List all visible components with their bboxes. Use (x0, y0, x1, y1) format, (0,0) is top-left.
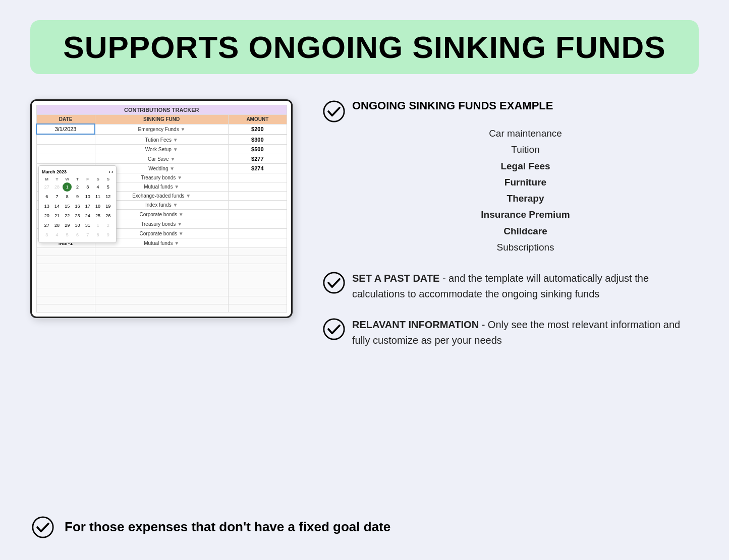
table-row-empty (36, 272, 287, 280)
table-row: Car Save ▼ $277 (36, 154, 287, 164)
amount-cell: $200 (228, 124, 287, 134)
check-icon-past-date (323, 272, 345, 294)
fund-item-tuition: Tuition (352, 142, 699, 158)
check-row-past-date: SET A PAST DATE - and the template will … (323, 271, 699, 302)
table-row: 3/1/2023 Emergency Funds ▼ $200 (36, 124, 287, 134)
fund-item-car-maintenance: Car maintenance (352, 126, 699, 142)
relevant-info-section: RELAVANT INFORMATION - Only see the most… (323, 317, 699, 348)
footer-section: For those expenses that don't have a fix… (30, 504, 699, 540)
check-row-ongoing: ONGOING SINKING FUNDS EXAMPLE (323, 99, 699, 122)
table-row-empty (36, 280, 287, 288)
relevant-info-body: RELAVANT INFORMATION - Only see the most… (352, 317, 699, 348)
set-past-date-section: SET A PAST DATE - and the template will … (323, 271, 699, 302)
table-header: CONTRIBUTIONS TRACKER (36, 105, 287, 115)
svg-point-0 (324, 101, 344, 121)
ongoing-example-section: ONGOING SINKING FUNDS EXAMPLE Car mainte… (323, 99, 699, 256)
fund-list: Car maintenance Tuition Legal Fees Furni… (352, 126, 699, 256)
table-row-empty (36, 256, 287, 264)
check-icon-relevant (323, 318, 345, 340)
check-icon-footer (30, 515, 55, 540)
fund-cell: Emergency Funds ▼ (95, 124, 228, 134)
calendar-grid: M T W T F S S 27 28 1 2 (42, 176, 113, 239)
svg-point-3 (33, 517, 53, 537)
page-title: SUPPORTS ONGOING SINKING FUNDS (55, 29, 674, 65)
table-row-empty (36, 264, 287, 272)
fund-item-legal-fees: Legal Fees (352, 158, 699, 174)
date-input-cell[interactable]: 3/1/2023 (36, 124, 95, 134)
calendar-title: March 2023 (42, 169, 67, 174)
spreadsheet-container: CONTRIBUTIONS TRACKER DATE SINKING FUND … (30, 99, 293, 318)
footer-text: For those expenses that don't have a fix… (65, 519, 390, 535)
fund-item-therapy: Therapy (352, 191, 699, 207)
check-icon-ongoing (323, 100, 345, 122)
table-row: Work Setup ▼ $500 (36, 145, 287, 154)
col-sinking-fund: SINKING FUND (95, 115, 228, 125)
svg-point-2 (324, 319, 344, 339)
info-panel: ONGOING SINKING FUNDS EXAMPLE Car mainte… (323, 99, 699, 348)
main-content: CONTRIBUTIONS TRACKER DATE SINKING FUND … (30, 99, 699, 488)
contributions-table: CONTRIBUTIONS TRACKER DATE SINKING FUND … (36, 105, 287, 313)
table-row-empty (36, 248, 287, 256)
check-row-relevant: RELAVANT INFORMATION - Only see the most… (323, 317, 699, 348)
calendar-header: March 2023 ‹ › (42, 169, 113, 174)
table-row-empty (36, 296, 287, 304)
prev-month-button[interactable]: ‹ (108, 169, 110, 174)
fund-item-furniture: Furniture (352, 174, 699, 191)
selected-day[interactable]: 1 (63, 182, 72, 192)
svg-point-1 (324, 273, 344, 293)
fund-item-subscriptions: Subscriptions (352, 239, 699, 256)
fund-item-insurance: Insurance Premium (352, 207, 699, 223)
set-past-date-body: SET A PAST DATE - and the template will … (352, 271, 699, 302)
calendar-overlay: March 2023 ‹ › M T W T (38, 165, 117, 243)
table-row: Tution Fees ▼ $300 (36, 135, 287, 145)
col-date: DATE (36, 115, 95, 125)
table-row-empty (36, 304, 287, 313)
col-amount: AMOUNT (228, 115, 287, 125)
next-month-button[interactable]: › (111, 169, 113, 174)
table-row-empty (36, 288, 287, 296)
fund-item-childcare: Childcare (352, 223, 699, 239)
title-banner: SUPPORTS ONGOING SINKING FUNDS (30, 20, 699, 74)
ongoing-example-title: ONGOING SINKING FUNDS EXAMPLE (352, 99, 553, 112)
